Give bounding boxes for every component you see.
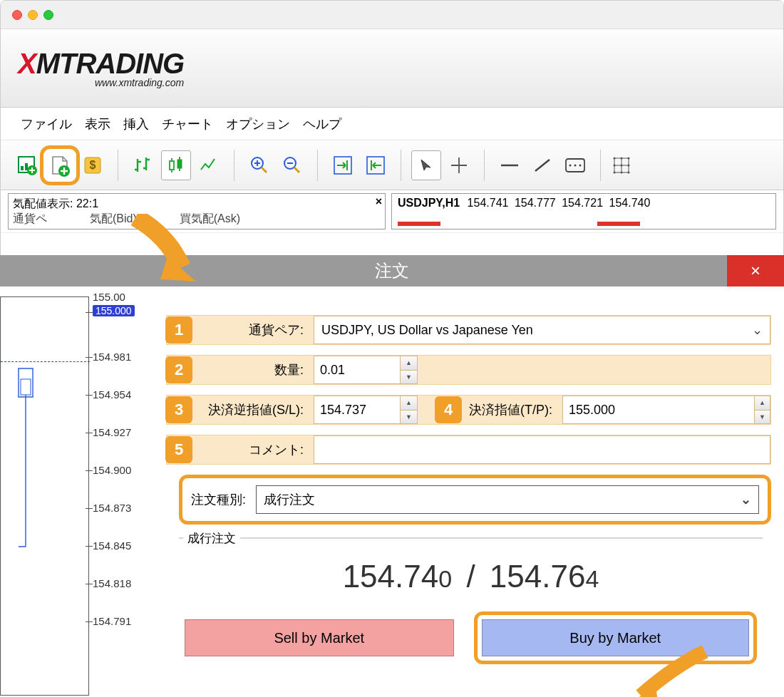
chart-header: USDJPY,H1 154.741 154.777 154.721 154.74… xyxy=(391,193,776,229)
svg-rect-1 xyxy=(21,166,24,170)
annotation-arrow-icon xyxy=(125,214,203,285)
annotation-arrow-icon xyxy=(609,646,716,697)
svg-point-14 xyxy=(569,164,572,166)
menu-chart[interactable]: チャート xyxy=(159,113,216,135)
ohlc-o: 154.741 xyxy=(468,197,509,209)
zoom-window-dot[interactable] xyxy=(43,10,53,20)
svg-point-17 xyxy=(614,157,616,159)
trendline-icon[interactable] xyxy=(527,150,557,180)
ordertype-value: 成行注文 xyxy=(264,491,315,508)
y-label: 154.791 xyxy=(93,615,131,627)
bar-chart-icon[interactable] xyxy=(128,150,158,180)
y-label: 154.981 xyxy=(93,351,131,363)
menu-view[interactable]: 表示 xyxy=(82,113,113,135)
sl-field[interactable] xyxy=(314,396,400,423)
grid-icon[interactable] xyxy=(607,150,636,180)
pair-value: USDJPY, US Dollar vs Japanese Yen xyxy=(321,323,533,338)
menu-help[interactable]: ヘルプ xyxy=(300,113,344,135)
pair-select[interactable]: USDJPY, US Dollar vs Japanese Yen ⌄ xyxy=(314,316,770,344)
svg-point-24 xyxy=(621,171,623,173)
close-icon: × xyxy=(751,261,760,281)
ordertype-highlight: 注文種別: 成行注文 ⌄ xyxy=(179,475,771,525)
scroll-end-icon[interactable] xyxy=(328,150,358,180)
ordertype-label: 注文種別: xyxy=(191,491,249,508)
dialog-titlebar: 注文 × xyxy=(0,255,784,286)
sl-input[interactable]: ▲▼ xyxy=(314,396,418,424)
ask-price-dec: 4 xyxy=(585,565,599,592)
svg-point-16 xyxy=(579,164,582,166)
ohlc-c: 154.740 xyxy=(609,197,651,209)
comment-label: コメント: xyxy=(200,441,306,458)
sell-button[interactable]: Sell by Market xyxy=(185,619,454,656)
mac-titlebar xyxy=(1,1,783,29)
menu-option[interactable]: オプション xyxy=(223,113,293,135)
svg-point-22 xyxy=(628,164,630,166)
pair-label: 通貨ペア: xyxy=(200,321,306,339)
text-icon[interactable] xyxy=(560,150,590,180)
svg-point-18 xyxy=(621,157,623,159)
order-form: 1 通貨ペア: USDJPY, US Dollar vs Japanese Ye… xyxy=(153,286,784,697)
toolbar: $ xyxy=(1,140,783,190)
chevron-down-icon: ⌄ xyxy=(752,322,763,338)
volume-input[interactable]: ▲▼ xyxy=(314,356,418,384)
order-dialog: 注文 × 155.00155.000 154.981 154.954 154.9… xyxy=(0,255,784,697)
new-chart-icon[interactable] xyxy=(12,150,42,180)
market-section-label: 成行注文 xyxy=(183,530,240,547)
price-sep: / xyxy=(466,559,475,594)
bid-price: 154.74 xyxy=(343,559,439,594)
svg-point-25 xyxy=(628,171,630,173)
ordertype-select[interactable]: 成行注文 ⌄ xyxy=(256,485,759,514)
y-label: 154.927 xyxy=(93,426,131,438)
hline-icon[interactable] xyxy=(495,150,525,180)
step-badge-1: 1 xyxy=(165,316,192,344)
dialog-close-button[interactable]: × xyxy=(727,255,784,286)
zoom-out-icon[interactable] xyxy=(277,150,307,180)
chart-symbol: USDJPY,H1 xyxy=(398,197,460,209)
volume-field[interactable] xyxy=(314,356,400,383)
spin-up-icon[interactable]: ▲ xyxy=(755,396,770,411)
y-label: 154.845 xyxy=(93,539,131,552)
new-order-icon[interactable] xyxy=(45,150,75,180)
candle-chart-icon[interactable] xyxy=(161,150,191,180)
y-label: 154.900 xyxy=(93,464,131,476)
ohlc-l: 154.721 xyxy=(562,197,603,209)
spin-down-icon[interactable]: ▼ xyxy=(401,411,417,424)
zoom-in-icon[interactable] xyxy=(244,150,274,180)
step-badge-2: 2 xyxy=(165,356,192,383)
svg-rect-8 xyxy=(177,160,182,168)
menu-file[interactable]: ファイル xyxy=(18,113,75,135)
svg-point-19 xyxy=(628,157,630,159)
svg-point-23 xyxy=(614,171,616,173)
y-label: 155.00 xyxy=(93,291,125,303)
step-badge-3: 3 xyxy=(165,396,192,423)
chevron-down-icon: ⌄ xyxy=(741,492,751,507)
buy-label: Buy by Market xyxy=(569,630,661,646)
spin-up-icon[interactable]: ▲ xyxy=(401,356,417,371)
spin-down-icon[interactable]: ▼ xyxy=(755,411,770,424)
tp-field[interactable] xyxy=(563,396,754,423)
spin-up-icon[interactable]: ▲ xyxy=(401,396,417,411)
crosshair-icon[interactable] xyxy=(444,150,474,180)
money-icon[interactable]: $ xyxy=(78,150,108,180)
menu-bar: ファイル 表示 挿入 チャート オプション ヘルプ xyxy=(1,108,783,140)
market-watch-title: 気配値表示: 22:1 xyxy=(13,197,381,212)
price-badge: 155.000 xyxy=(93,305,135,316)
svg-point-21 xyxy=(621,164,623,166)
sell-label: Sell by Market xyxy=(274,630,364,646)
tp-input[interactable]: ▲▼ xyxy=(562,396,770,424)
svg-rect-26 xyxy=(21,379,31,395)
close-icon[interactable]: × xyxy=(376,195,382,208)
bid-price-dec: 0 xyxy=(438,565,452,592)
minimize-window-dot[interactable] xyxy=(28,10,38,20)
menu-insert[interactable]: 挿入 xyxy=(120,113,152,135)
spin-down-icon[interactable]: ▼ xyxy=(401,371,417,384)
line-chart-icon[interactable] xyxy=(194,150,224,180)
y-label: 154.818 xyxy=(93,577,131,589)
close-window-dot[interactable] xyxy=(12,10,22,20)
ohlc-h: 154.777 xyxy=(515,197,556,209)
comment-input[interactable] xyxy=(314,435,770,464)
shift-chart-icon[interactable] xyxy=(361,150,391,180)
step-badge-5: 5 xyxy=(165,436,192,463)
svg-point-15 xyxy=(574,164,577,166)
cursor-icon[interactable] xyxy=(411,150,441,180)
